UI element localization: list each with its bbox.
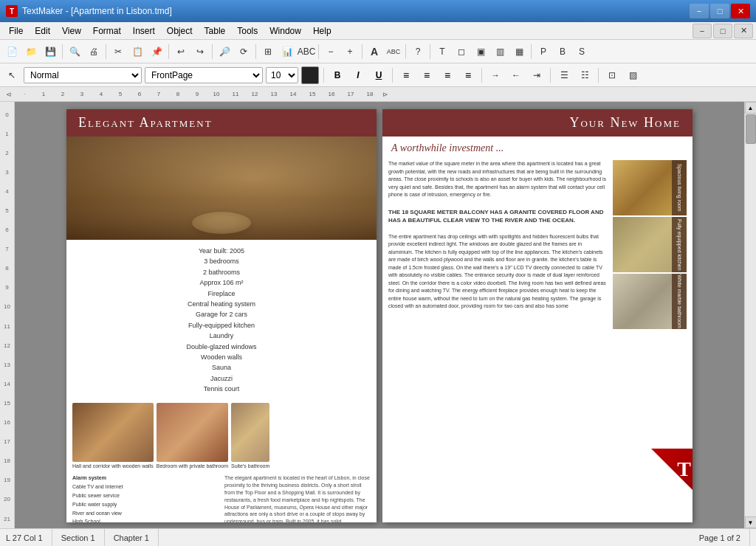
scroll-thumb[interactable] [746, 114, 756, 144]
more3-button[interactable]: ▦ [510, 43, 528, 61]
side-photo-bathroom: White marble bathroom [613, 274, 687, 329]
insert-table-button[interactable]: ⊞ [259, 43, 277, 61]
menu-edit[interactable]: Edit [29, 24, 56, 38]
menu-help[interactable]: Help [307, 24, 337, 38]
toolbar-2: ↖ Normal FrontPage 10 B I U ≡ ≡ ≡ ≡ → ← … [0, 63, 756, 87]
toolbar-sep-3 [168, 44, 169, 59]
text-frame-button[interactable]: T [433, 43, 451, 61]
save-button[interactable]: 💾 [41, 43, 59, 61]
color-button[interactable] [301, 66, 319, 84]
status-col: L 27 Col 1 [6, 529, 52, 546]
page2-highlight: THE 18 SQUARE METER BALCONY HAS A GRANIT… [388, 204, 607, 229]
window-controls: − □ ✕ [690, 4, 750, 18]
zoom-out-button[interactable]: − [322, 43, 340, 61]
app-max-button[interactable]: □ [710, 4, 729, 18]
doc-min-button[interactable]: − [693, 24, 712, 38]
fmt-sep-5 [598, 68, 599, 83]
page2-side-photos: Spacious living room Fully equipped kitc… [613, 160, 687, 329]
scroll-down-button[interactable]: ▼ [745, 516, 757, 528]
underline-button[interactable]: U [370, 67, 388, 83]
scroll-up-button[interactable]: ▲ [745, 102, 757, 114]
shading-button[interactable]: ▨ [624, 66, 642, 84]
photo-2-container: Bedroom with private bathroom [157, 403, 228, 469]
field3-button[interactable]: S [573, 43, 591, 61]
menu-tools[interactable]: Tools [231, 24, 264, 38]
insert-chart-button[interactable]: 📊 [278, 43, 296, 61]
section-indicator: Section 1 [61, 533, 95, 542]
kitchen-label: Fully equipped kitchen [672, 217, 687, 272]
bold-button[interactable]: B [329, 67, 346, 83]
page1-body: Alarm system Cable TV and Internet Publi… [66, 471, 377, 522]
fmt-sep-3 [481, 68, 482, 83]
app-min-button[interactable]: − [690, 4, 709, 18]
list-bullet-button[interactable]: ☰ [555, 66, 573, 84]
open-button[interactable]: 📁 [22, 43, 40, 61]
italic-button[interactable]: I [349, 67, 367, 83]
vertical-scrollbar[interactable]: ▲ ▼ [744, 102, 756, 528]
field2-button[interactable]: B [554, 43, 571, 61]
status-chapter: Chapter 1 [105, 529, 159, 546]
toolbar-sep-6 [318, 44, 319, 59]
replace-button[interactable]: ⟳ [235, 43, 252, 61]
fmt-sep-4 [550, 68, 551, 83]
align-center-button[interactable]: ≡ [418, 67, 436, 83]
photo-3-container: Suite's bathroom [231, 403, 269, 469]
more1-button[interactable]: ▣ [472, 43, 489, 61]
menu-bar: File Edit View Format Insert Object Tabl… [0, 22, 756, 40]
align-justify-button[interactable]: ≡ [459, 67, 477, 83]
help-button[interactable]: ? [409, 43, 427, 61]
abc-button[interactable]: ABC [385, 43, 402, 61]
menu-insert[interactable]: Insert [127, 24, 161, 38]
menu-object[interactable]: Object [161, 24, 199, 38]
paste-button[interactable]: 📌 [148, 43, 165, 61]
menu-window[interactable]: Window [264, 24, 307, 38]
toolbar-sep-2 [106, 44, 106, 59]
toolbar-1: 📄 📁 💾 🔍 🖨 ✂ 📋 📌 ↩ ↪ 🔎 ⟳ ⊞ 📊 ABC − + A AB… [0, 40, 756, 63]
photo1-caption: Hall and corridor with wooden walls [72, 463, 154, 469]
print-preview-button[interactable]: 🔍 [66, 43, 83, 61]
field1-button[interactable]: P [535, 43, 552, 61]
border-button[interactable]: ⊡ [603, 66, 621, 84]
menu-format[interactable]: Format [87, 24, 127, 38]
shapes-button[interactable]: ◻ [453, 43, 470, 61]
style-dropdown[interactable]: Normal [24, 67, 142, 83]
doc-max-button[interactable]: □ [713, 24, 732, 38]
zoom-in-button[interactable]: + [341, 43, 359, 61]
menu-file[interactable]: File [3, 24, 29, 38]
horizontal-ruler: ⊲ · 1 2 3 4 5 6 7 8 9 10 11 12 13 14 15 … [0, 87, 756, 102]
print-button[interactable]: 🖨 [85, 43, 103, 61]
cut-button[interactable]: ✂ [109, 43, 127, 61]
menu-table[interactable]: Table [199, 24, 232, 38]
redo-button[interactable]: ↪ [191, 43, 209, 61]
title-bar: T TextMaker - [Apartment in Lisbon.tmd] … [0, 0, 756, 22]
more2-button[interactable]: ▥ [491, 43, 509, 61]
title-bar-left: T TextMaker - [Apartment in Lisbon.tmd] [6, 5, 172, 17]
align-right-button[interactable]: ≡ [439, 67, 456, 83]
new-button[interactable]: 📄 [3, 43, 21, 61]
toolbar-sep-7 [362, 44, 362, 59]
text-a-button[interactable]: A [365, 43, 383, 61]
photo2-caption: Bedroom with private bathroom [157, 463, 228, 469]
page1-features: Year built: 2005 3 bedrooms 2 bathrooms … [66, 240, 377, 400]
selector-tool[interactable]: ↖ [3, 66, 21, 84]
doc-close-button[interactable]: ✕ [734, 24, 753, 38]
photo-1-container: Hall and corridor with wooden walls [72, 403, 154, 469]
align-left-button[interactable]: ≡ [397, 67, 415, 83]
spellcheck-button[interactable]: ABC [298, 43, 315, 61]
scroll-track[interactable] [745, 114, 757, 516]
tab-button[interactable]: ⇥ [528, 66, 546, 84]
list-num-button[interactable]: ☷ [576, 66, 594, 84]
indent-less-button[interactable]: ← [507, 66, 525, 84]
menu-view[interactable]: View [56, 24, 87, 38]
undo-button[interactable]: ↩ [172, 43, 190, 61]
indent-more-button[interactable]: → [487, 66, 504, 84]
status-section: Section 1 [52, 529, 105, 546]
app-close-button[interactable]: ✕ [731, 4, 750, 18]
font-dropdown[interactable]: FrontPage [145, 67, 263, 83]
find-button[interactable]: 🔎 [216, 43, 233, 61]
copy-button[interactable]: 📋 [128, 43, 146, 61]
window-title: TextMaker - [Apartment in Lisbon.tmd] [22, 6, 172, 16]
bathroom-label: White marble bathroom [672, 274, 687, 329]
document-scroll-area[interactable]: Elegant Apartment Year built: 2005 3 bed… [15, 102, 744, 528]
size-dropdown[interactable]: 10 [266, 67, 298, 83]
